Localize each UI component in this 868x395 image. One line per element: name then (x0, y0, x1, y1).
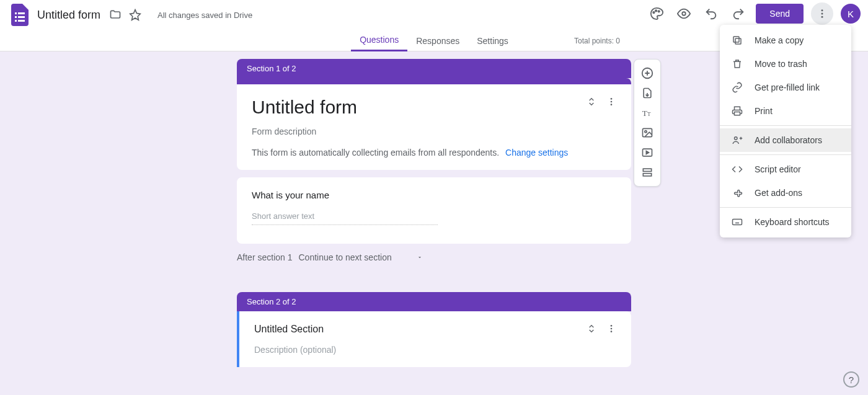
account-avatar[interactable]: K (841, 4, 861, 24)
menu-label: Move to trash (755, 59, 807, 69)
question-text[interactable]: What is your name (252, 190, 616, 200)
people-icon (731, 135, 743, 146)
svg-point-10 (822, 9, 823, 11)
total-points-label: Total points: 0 (574, 37, 620, 45)
svg-point-15 (611, 104, 613, 105)
menu-label: Script editor (755, 164, 801, 174)
section-2-title[interactable]: Untitled Section (254, 324, 587, 335)
copy-icon (731, 35, 743, 46)
collapse-icon[interactable] (587, 324, 596, 334)
add-section-icon[interactable] (636, 162, 658, 182)
form-title-heading[interactable]: Untitled form (252, 97, 587, 118)
svg-rect-31 (733, 220, 742, 225)
import-questions-icon[interactable] (636, 83, 658, 103)
svg-point-8 (658, 11, 660, 12)
tab-questions[interactable]: Questions (351, 30, 407, 51)
move-folder-icon[interactable] (108, 7, 123, 22)
trash-icon (731, 58, 743, 69)
add-title-icon[interactable]: TT (636, 103, 658, 123)
menu-print[interactable]: Print (720, 99, 851, 123)
menu-separator (720, 154, 851, 155)
code-icon (731, 164, 743, 175)
form-description[interactable]: Form description (252, 126, 616, 136)
svg-point-9 (683, 12, 686, 16)
menu-prefilled-link[interactable]: Get pre-filled link (720, 76, 851, 99)
menu-script-editor[interactable]: Script editor (720, 158, 851, 181)
menu-add-collaborators[interactable]: Add collaborators (720, 128, 851, 152)
card-more-icon[interactable] (606, 97, 616, 107)
svg-point-17 (611, 328, 613, 330)
after-section-dropdown[interactable]: Continue to next section (299, 252, 423, 262)
puzzle-icon (731, 187, 743, 198)
question-toolbar: TT (634, 59, 661, 187)
section-1-header-card[interactable]: Untitled form Form description This form… (237, 84, 631, 170)
svg-rect-29 (735, 112, 740, 115)
preview-icon[interactable] (676, 6, 691, 21)
chevron-down-icon (417, 254, 423, 260)
svg-rect-28 (733, 37, 739, 42)
svg-text:T: T (642, 109, 647, 118)
keyboard-icon (731, 216, 743, 228)
svg-point-7 (655, 10, 657, 11)
menu-separator (720, 207, 851, 208)
svg-point-11 (822, 13, 823, 15)
svg-point-6 (653, 12, 655, 13)
svg-rect-4 (15, 20, 17, 22)
tab-responses[interactable]: Responses (407, 30, 468, 51)
question-card-1[interactable]: What is your name Short answer text (237, 177, 631, 244)
add-question-icon[interactable] (636, 63, 658, 83)
palette-icon[interactable] (649, 6, 664, 21)
menu-keyboard-shortcuts[interactable]: Keyboard shortcuts (720, 210, 851, 234)
svg-rect-3 (18, 16, 25, 18)
svg-point-18 (611, 331, 613, 332)
undo-icon[interactable] (704, 6, 719, 21)
section-1-tab: Section 1 of 2 (237, 59, 631, 78)
svg-text:T: T (647, 111, 651, 117)
section-2-tab: Section 2 of 2 (237, 292, 631, 311)
more-menu: Make a copy Move to trash Get pre-filled… (720, 25, 851, 237)
menu-label: Make a copy (755, 35, 804, 45)
card-more-icon[interactable] (606, 324, 616, 334)
menu-get-addons[interactable]: Get add-ons (720, 181, 851, 205)
svg-rect-0 (15, 12, 17, 14)
tab-settings[interactable]: Settings (468, 30, 517, 51)
after-section-value: Continue to next section (299, 252, 392, 262)
svg-rect-5 (18, 20, 25, 22)
menu-label: Print (755, 106, 773, 116)
menu-label: Keyboard shortcuts (755, 217, 830, 227)
section-2-description[interactable]: Description (optional) (254, 345, 616, 355)
change-settings-link[interactable]: Change settings (505, 148, 568, 158)
more-button[interactable] (811, 2, 833, 25)
svg-rect-27 (735, 38, 741, 44)
forms-logo[interactable] (7, 2, 32, 27)
svg-point-16 (611, 325, 613, 327)
section-accent-bar (237, 78, 631, 84)
menu-label: Get add-ons (755, 188, 802, 198)
menu-label: Add collaborators (755, 135, 822, 145)
svg-rect-26 (643, 174, 651, 176)
svg-point-30 (735, 137, 738, 140)
svg-rect-1 (18, 12, 25, 14)
redo-icon[interactable] (731, 6, 746, 21)
add-video-icon[interactable] (636, 143, 658, 162)
menu-move-trash[interactable]: Move to trash (720, 52, 851, 76)
section-1-block: Section 1 of 2 Untitled form Form descri… (237, 59, 631, 244)
svg-point-13 (611, 98, 613, 100)
document-title[interactable]: Untitled form (37, 9, 100, 22)
menu-make-copy[interactable]: Make a copy (720, 29, 851, 52)
print-icon (731, 105, 743, 117)
after-section-row: After section 1 Continue to next section (237, 252, 631, 262)
answer-type-label: Short answer text (252, 211, 438, 225)
svg-point-23 (645, 131, 647, 133)
section-2-header-card[interactable]: Untitled Section Description (optional) (237, 311, 631, 367)
help-button[interactable]: ? (843, 371, 859, 388)
link-icon (731, 82, 743, 93)
send-button[interactable]: Send (756, 4, 804, 24)
menu-label: Get pre-filled link (755, 82, 820, 92)
collapse-icon[interactable] (587, 97, 596, 107)
add-image-icon[interactable] (636, 123, 658, 143)
svg-point-14 (611, 101, 613, 103)
email-collection-note: This form is automatically collecting em… (252, 148, 616, 158)
section-2-block: Section 2 of 2 Untitled Section Descript… (237, 292, 631, 367)
star-icon[interactable] (128, 7, 143, 22)
